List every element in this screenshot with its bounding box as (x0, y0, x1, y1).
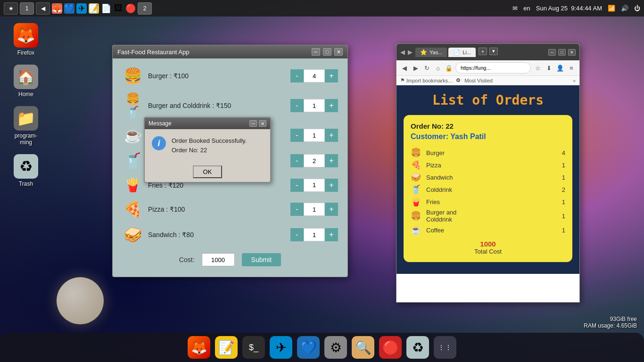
bookmarks-bar: ⚑ Import bookmarks... ⚙ Most Visited » (396, 76, 579, 85)
close-button[interactable]: ✕ (334, 48, 343, 56)
order-sandwich-name: Sandwich (426, 174, 558, 181)
lang-indicator: en (523, 5, 530, 12)
bookmark-star-button[interactable]: ☆ (534, 63, 542, 73)
taskbar-bottom: 🦊 📝 $_ ✈ 💙 ⚙ 🔍 🔴 ♻ ⋮⋮ (0, 333, 644, 362)
burger-plus-button[interactable]: + (325, 69, 338, 82)
browser-back-btn[interactable]: ◀ (400, 49, 405, 56)
desktop-icon-home[interactable]: 🏠 Home (5, 63, 47, 99)
ok-button[interactable]: OK (193, 165, 223, 178)
burger-colddrink-plus-button[interactable]: + (325, 99, 338, 112)
dialog-minimize-button[interactable]: ─ (249, 120, 257, 127)
dock-search[interactable]: 🔍 (352, 336, 374, 359)
storage-info: 93GiB free (584, 316, 637, 322)
files-taskbar-icon[interactable]: 📄 (101, 3, 111, 14)
browser-tab-2[interactable]: 📄 Li... (448, 48, 476, 57)
burger-colddrink-qty-input[interactable] (304, 99, 325, 112)
maximize-button[interactable]: □ (323, 48, 331, 56)
order-sandwich-icon: 🥪 (411, 172, 422, 182)
order-colddrink-icon: 🥤 (411, 184, 422, 195)
order-customer: Customer: Yash Patil (411, 132, 565, 141)
fries-qty-input[interactable] (304, 179, 325, 192)
colddrink-qty-input[interactable] (304, 154, 325, 167)
row3-minus-button[interactable]: - (290, 129, 304, 142)
moon-decoration (57, 277, 104, 324)
back-button[interactable]: ◀ (36, 2, 50, 15)
pizza-qty-input[interactable] (304, 203, 325, 216)
order-fries-name: Fries (426, 198, 558, 206)
trash-label: Trash (19, 181, 33, 187)
message-dialog: Message ─ ✕ i Order Booked Successfully.… (144, 117, 271, 183)
new-tab-button[interactable]: + (479, 48, 487, 55)
desktop-icon-firefox[interactable]: 🦊 Firefox (5, 21, 47, 58)
browser-tab-1[interactable]: ⭐ Yas... (415, 48, 447, 57)
browser-maximize-button[interactable]: □ (558, 49, 566, 56)
workspace-2-button[interactable]: 2 (138, 2, 152, 15)
trash-icon: ♻ (14, 154, 38, 179)
colddrink-plus-button[interactable]: + (325, 154, 338, 167)
most-visited-icon: ⚙ (456, 77, 461, 83)
sandwich-plus-button[interactable]: + (325, 228, 338, 241)
order-colddrink-name: Colddrink (426, 186, 558, 193)
fries-plus-button[interactable]: + (325, 179, 338, 192)
vscode-taskbar-icon[interactable]: 💙 (64, 3, 74, 14)
desktop-icon-programming[interactable]: 📁 program-ming (5, 104, 47, 148)
telegram-taskbar-icon[interactable]: ✈ (76, 3, 87, 14)
dock-settings[interactable]: ⚙ (324, 336, 347, 359)
lock-icon: 🔒 (445, 65, 453, 72)
browser-minimize-button[interactable]: ─ (548, 49, 556, 56)
dock-recycle[interactable]: ♻ (406, 336, 429, 359)
bookmarks-more-btn[interactable]: » (573, 78, 576, 83)
most-visited-link[interactable]: Most Visited (464, 78, 493, 83)
cost-input[interactable] (202, 253, 235, 266)
pizza-minus-button[interactable]: - (290, 203, 304, 216)
dialog-close-button[interactable]: ✕ (259, 120, 266, 127)
order-colddrink-qty: 2 (562, 186, 565, 193)
burger-minus-button[interactable]: - (290, 69, 304, 82)
browser-home-button[interactable]: ⌂ (434, 63, 442, 73)
menu-item-pizza: 🍕 Pizza : ₹100 - + (120, 197, 340, 222)
fries-minus-button[interactable]: - (290, 179, 304, 192)
pizza-plus-button[interactable]: + (325, 203, 338, 216)
dock-terminal[interactable]: $_ (242, 336, 265, 359)
minimize-button[interactable]: ─ (312, 48, 320, 56)
browser-navbar: ◀ ▶ ↻ ⌂ 🔒 ☆ ⬇ 👤 ≡ (396, 60, 579, 76)
star-button[interactable]: ★ (4, 2, 18, 15)
download-button[interactable]: ⬇ (545, 63, 553, 73)
row3-plus-button[interactable]: + (325, 129, 338, 142)
browser-back-nav-button[interactable]: ◀ (400, 63, 409, 73)
desktop-icon-trash[interactable]: ♻ Trash (5, 152, 47, 189)
browser-close-button[interactable]: ✕ (568, 49, 576, 56)
workspace-1-button[interactable]: 1 (20, 2, 34, 15)
dock-grid[interactable]: ⋮⋮ (434, 336, 456, 359)
sandwich-minus-button[interactable]: - (290, 228, 304, 241)
dock-firefox[interactable]: 🦊 (188, 336, 210, 359)
red-taskbar-icon[interactable]: 🔴 (125, 3, 136, 14)
burger-colddrink-minus-button[interactable]: - (290, 99, 304, 112)
dock-redapp[interactable]: 🔴 (379, 336, 402, 359)
url-bar[interactable] (455, 62, 531, 74)
colddrink-icon: 🥤 (122, 152, 143, 170)
firefox-icon: 🦊 (14, 23, 38, 48)
power-icon[interactable]: ⏻ (634, 5, 640, 12)
firefox-taskbar-icon[interactable]: 🦊 (52, 3, 62, 14)
cost-label: Cost: (179, 256, 195, 263)
browser-forward-nav-button[interactable]: ▶ (412, 63, 420, 73)
row3-qty-input[interactable] (304, 129, 325, 142)
sysinfo: 93GiB free RAM usage: 4.65GiB (584, 316, 637, 329)
browser-forward-btn[interactable]: ▶ (408, 49, 413, 56)
sandwich-qty-input[interactable] (304, 228, 325, 241)
browser-reload-button[interactable]: ↻ (423, 63, 431, 73)
dock-vscode[interactable]: 💙 (297, 336, 320, 359)
colddrink-qty-control: - + (290, 154, 338, 167)
account-button[interactable]: 👤 (556, 63, 565, 73)
colddrink-minus-button[interactable]: - (290, 154, 304, 167)
submit-button[interactable]: Submit (242, 253, 281, 266)
tab-dropdown-button[interactable]: ▾ (489, 48, 498, 55)
notes-taskbar-icon[interactable]: 📝 (89, 3, 99, 14)
dock-notes[interactable]: 📝 (215, 336, 238, 359)
burger-qty-input[interactable] (304, 69, 325, 82)
menu-button[interactable]: ≡ (567, 63, 576, 73)
dock-telegram[interactable]: ✈ (270, 336, 292, 359)
import-bookmarks-link[interactable]: ⚑ Import bookmarks... (400, 77, 452, 83)
img-taskbar-icon[interactable]: 🖼 (113, 3, 124, 14)
